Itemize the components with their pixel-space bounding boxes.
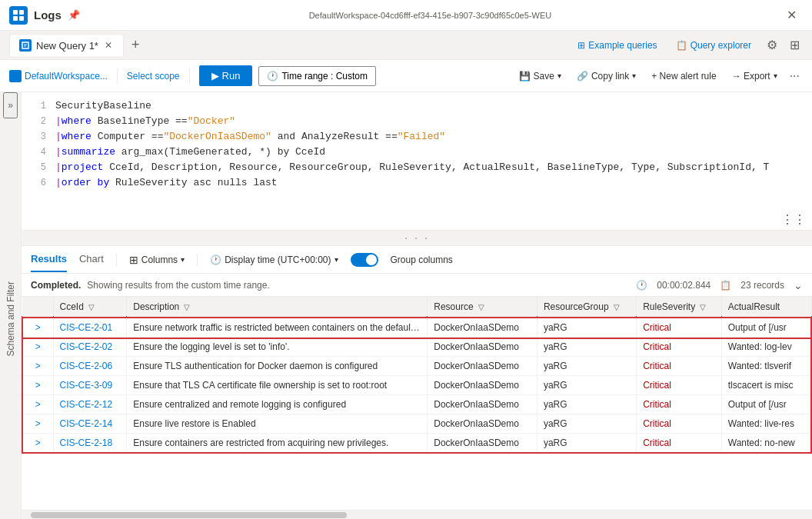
title-bar: Logs 📌 DefaultWorkspace-04cd6fff-ef34-41… bbox=[0, 0, 812, 31]
expand-row-button[interactable]: > bbox=[35, 341, 41, 352]
col-header-resource[interactable]: Resource▽ bbox=[428, 297, 537, 318]
expand-row-button[interactable]: > bbox=[35, 361, 41, 371]
tab-icon bbox=[19, 39, 32, 52]
expand-results-button[interactable]: ⌄ bbox=[794, 279, 803, 291]
workspace-selector: DefaultWorkspace... bbox=[9, 70, 108, 82]
table-row: > CIS-CE-2-01 Ensure network traffic is … bbox=[22, 318, 811, 338]
rg-filter-icon[interactable]: ▽ bbox=[614, 303, 620, 311]
collapse-button[interactable]: » bbox=[3, 92, 18, 118]
group-columns-toggle[interactable] bbox=[351, 253, 378, 267]
severity-cell: Critical bbox=[637, 414, 722, 434]
export-button[interactable]: → Export ▾ bbox=[726, 68, 784, 85]
clock-icon-2: 🕐 bbox=[636, 280, 647, 291]
code-token-text: Computer == bbox=[92, 129, 164, 145]
severity-cell: Critical bbox=[637, 357, 722, 376]
expand-cell[interactable]: > bbox=[22, 338, 53, 357]
code-token-text: BaselineType == bbox=[92, 114, 188, 129]
line-number: 1 bbox=[28, 98, 46, 114]
query-tab[interactable]: New Query 1* ✕ bbox=[9, 34, 124, 56]
table-row: > CIS-CE-2-14 Ensure live restore is Ena… bbox=[22, 414, 811, 434]
expand-cell[interactable]: > bbox=[22, 434, 53, 454]
display-time-button[interactable]: 🕐 Display time (UTC+00:00) ▾ bbox=[210, 255, 338, 265]
tab-results[interactable]: Results bbox=[31, 247, 67, 272]
toolbar-right: 💾 Save ▾ 🔗 Copy link ▾ + New alert rule … bbox=[513, 66, 803, 86]
cceid-cell: CIS-CE-3-09 bbox=[53, 376, 127, 395]
line-number: 4 bbox=[28, 145, 46, 160]
code-token-pipe: | bbox=[55, 114, 62, 129]
columns-icon: ⊞ bbox=[129, 254, 138, 266]
editor-area: 1 SecurityBaseline 2 | where BaselineTyp… bbox=[22, 92, 812, 519]
more-options-button[interactable]: ··· bbox=[787, 66, 803, 86]
settings-button[interactable]: ⚙ bbox=[764, 35, 780, 55]
resize-dots-icon: · · · bbox=[404, 231, 429, 245]
expand-cell[interactable]: > bbox=[22, 357, 53, 376]
severity-filter-icon[interactable]: ▽ bbox=[700, 303, 706, 311]
expand-cell[interactable]: > bbox=[22, 318, 53, 338]
col-header-resourcegroup[interactable]: ResourceGroup▽ bbox=[537, 297, 636, 318]
table-header-row: CceId▽ Description▽ Resource▽ ResourceGr… bbox=[22, 297, 811, 318]
actualresult-cell: Wanted: live-res bbox=[721, 414, 811, 434]
code-editor[interactable]: 1 SecurityBaseline 2 | where BaselineTyp… bbox=[22, 92, 812, 231]
resource-cell: DockerOnIaaSDemo bbox=[428, 414, 537, 434]
example-queries-button[interactable]: ⊞ Example queries bbox=[571, 37, 663, 54]
cceid-cell: CIS-CE-2-02 bbox=[53, 338, 127, 357]
resize-arrow-button[interactable]: ⋮⋮ bbox=[781, 212, 806, 227]
run-icon: ▶ bbox=[211, 70, 219, 82]
code-token-text: RuleSeverity asc nulls last bbox=[109, 175, 277, 191]
col-header-description[interactable]: Description▽ bbox=[127, 297, 428, 318]
resize-handle[interactable]: · · · bbox=[22, 231, 812, 246]
col-header-cceid-label[interactable]: CceId▽ bbox=[53, 297, 127, 318]
tab-close-button[interactable]: ✕ bbox=[103, 40, 114, 51]
copy-link-icon: 🔗 bbox=[577, 71, 588, 82]
left-sidebar: » Schema and Filter bbox=[0, 92, 22, 519]
save-chevron-icon: ▾ bbox=[557, 72, 561, 80]
workspace-path: DefaultWorkspace-04cd6fff-ef34-415e-b907… bbox=[309, 11, 552, 20]
example-queries-icon: ⊞ bbox=[577, 40, 585, 51]
description-cell: Ensure TLS authentication for Docker dae… bbox=[127, 357, 428, 376]
add-tab-button[interactable]: + bbox=[127, 35, 145, 55]
expand-row-button[interactable]: > bbox=[35, 322, 41, 333]
code-line-2: 2 | where BaselineType == "Docker" bbox=[22, 114, 812, 129]
resource-cell: DockerOnIaaSDemo bbox=[428, 338, 537, 357]
save-button[interactable]: 💾 Save ▾ bbox=[513, 68, 567, 85]
copy-chevron-icon: ▾ bbox=[632, 72, 636, 80]
expand-cell[interactable]: > bbox=[22, 414, 53, 434]
horizontal-scrollbar[interactable] bbox=[22, 510, 812, 519]
time-range-button[interactable]: 🕐 Time range : Custom bbox=[258, 66, 376, 86]
resource-filter-icon[interactable]: ▽ bbox=[478, 303, 484, 311]
query-explorer-button[interactable]: 📋 Query explorer bbox=[670, 37, 757, 54]
code-line-1: 1 SecurityBaseline bbox=[22, 98, 812, 114]
pin-icon[interactable]: 📌 bbox=[68, 9, 80, 21]
col-header-actualresult[interactable]: ActualResult bbox=[721, 297, 811, 318]
expand-row-button[interactable]: > bbox=[35, 418, 41, 429]
expand-row-button[interactable]: > bbox=[35, 399, 41, 410]
description-cell: Ensure the logging level is set to 'info… bbox=[127, 338, 428, 357]
expand-row-button[interactable]: > bbox=[35, 437, 41, 448]
expand-cell[interactable]: > bbox=[22, 395, 53, 414]
run-button[interactable]: ▶ Run bbox=[199, 65, 253, 86]
code-token-text: arg_max(TimeGenerated, *) by CceId bbox=[115, 145, 325, 160]
cceid-filter-icon[interactable]: ▽ bbox=[88, 303, 95, 311]
copy-link-button[interactable]: 🔗 Copy link ▾ bbox=[571, 68, 642, 85]
tab-chart[interactable]: Chart bbox=[79, 247, 104, 272]
select-scope-button[interactable]: Select scope bbox=[127, 71, 180, 82]
expand-row-button[interactable]: > bbox=[35, 380, 41, 391]
code-token-keyword: order by bbox=[62, 175, 109, 191]
desc-filter-icon[interactable]: ▽ bbox=[184, 303, 190, 311]
new-alert-button[interactable]: + New alert rule bbox=[645, 68, 722, 85]
workspace-icon bbox=[9, 70, 22, 82]
columns-button[interactable]: ⊞ Columns ▾ bbox=[129, 254, 185, 266]
close-button[interactable]: ✕ bbox=[780, 5, 803, 25]
description-cell: Ensure centralized and remote logging is… bbox=[127, 395, 428, 414]
schema-filter-label[interactable]: Schema and Filter bbox=[2, 272, 19, 365]
toolbar-separator-2 bbox=[189, 68, 190, 84]
time-range-icon: 🕐 bbox=[267, 71, 278, 82]
code-token-text2: and AnalyzeResult == bbox=[271, 129, 398, 145]
split-button[interactable]: ⊞ bbox=[787, 35, 803, 55]
col-header-ruleseverity[interactable]: RuleSeverity▽ bbox=[637, 297, 722, 318]
expand-cell[interactable]: > bbox=[22, 376, 53, 395]
code-token-text: CceId, Description, Resource, ResourceGr… bbox=[103, 160, 769, 175]
toggle-knob bbox=[366, 255, 377, 265]
severity-cell: Critical bbox=[637, 434, 722, 454]
resourcegroup-cell: yaRG bbox=[537, 395, 636, 414]
